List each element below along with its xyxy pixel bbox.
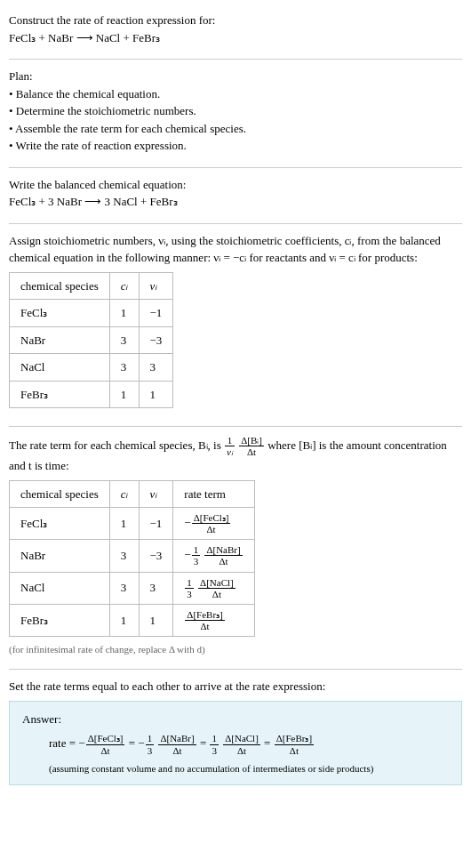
- prompt-line1: Construct the rate of reaction expressio…: [9, 12, 462, 29]
- numerator: Δ[FeBr₃]: [275, 733, 314, 744]
- fraction: Δ[NaBr]Δt: [158, 733, 196, 755]
- table-header-row: chemical species cᵢ νᵢ rate term: [10, 480, 255, 508]
- fraction: 13: [210, 733, 219, 755]
- text: The rate term for each chemical species,…: [9, 438, 224, 452]
- rate-term-section: The rate term for each chemical species,…: [9, 430, 462, 665]
- denominator: 3: [185, 589, 194, 599]
- cell: NaBr: [10, 326, 110, 354]
- plan-heading: Plan:: [9, 68, 462, 85]
- cell: −3: [139, 326, 173, 354]
- col-species: chemical species: [10, 480, 110, 508]
- cell: FeBr₃: [10, 604, 110, 636]
- cell: NaCl: [10, 354, 110, 382]
- balanced-equation: FeCl₃ + 3 NaBr ⟶ 3 NaCl + FeBr₃: [9, 193, 462, 211]
- numerator: Δ[NaCl]: [198, 577, 236, 589]
- numerator: Δ[FeCl₃]: [86, 733, 125, 744]
- fraction: Δ[NaBr]Δt: [204, 544, 242, 567]
- cell: 1: [109, 381, 139, 408]
- table-row: NaBr 3 −3 −13 Δ[NaBr]Δt: [10, 540, 255, 572]
- table-row: NaCl 3 3 13 Δ[NaCl]Δt: [10, 572, 255, 604]
- fraction: 1νᵢ: [225, 435, 235, 457]
- numerator: 1: [225, 435, 235, 446]
- fraction: Δ[FeCl₃]Δt: [192, 512, 231, 534]
- numerator: 1: [210, 733, 219, 744]
- table-row: NaBr3−3: [10, 326, 173, 354]
- prompt-equation: FeCl₃ + NaBr ⟶ NaCl + FeBr₃: [9, 29, 462, 47]
- table-row: FeCl₃ 1 −1 −Δ[FeCl₃]Δt: [10, 508, 255, 540]
- divider: [9, 223, 462, 224]
- col-ci: cᵢ: [109, 480, 139, 508]
- denominator: Δt: [185, 621, 224, 631]
- cell: −1: [139, 300, 173, 327]
- balanced-heading: Write the balanced chemical equation:: [9, 176, 462, 194]
- numerator: Δ[NaBr]: [158, 733, 196, 744]
- fraction: 13: [192, 544, 201, 567]
- cell: 3: [139, 572, 173, 604]
- cell: 1: [109, 604, 139, 636]
- denominator: Δt: [198, 589, 236, 599]
- fraction: Δ[Bᵢ]Δt: [239, 435, 264, 457]
- denominator: Δt: [223, 745, 260, 756]
- divider: [9, 167, 462, 168]
- fraction: Δ[FeBr₃]Δt: [275, 733, 314, 755]
- denominator: Δt: [192, 524, 231, 534]
- table-row: NaCl33: [10, 354, 173, 382]
- table-row: FeBr₃ 1 1 Δ[FeBr₃]Δt: [10, 604, 255, 636]
- assign-section: Assign stoichiometric numbers, νᵢ, using…: [9, 228, 462, 423]
- cell: NaCl: [10, 572, 110, 604]
- fraction: Δ[NaCl]Δt: [198, 577, 236, 599]
- cell: 3: [109, 354, 139, 382]
- cell: 3: [109, 540, 139, 572]
- set-equal-text: Set the rate terms equal to each other t…: [9, 678, 462, 695]
- table-header-row: chemical species cᵢ νᵢ: [10, 272, 173, 300]
- divider: [9, 59, 462, 60]
- sign: −: [184, 548, 190, 561]
- plan-item: • Write the rate of reaction expression.: [9, 137, 462, 155]
- fraction: Δ[FeBr₃]Δt: [185, 609, 224, 631]
- cell: −3: [139, 540, 173, 572]
- divider: [9, 426, 462, 427]
- numerator: Δ[Bᵢ]: [239, 435, 264, 446]
- denominator: 3: [210, 745, 219, 756]
- plan-item-text: Assemble the rate term for each chemical…: [15, 122, 246, 135]
- cell: −13 Δ[NaBr]Δt: [173, 540, 254, 572]
- col-rate: rate term: [173, 480, 254, 508]
- prompt-section: Construct the rate of reaction expressio…: [9, 7, 462, 55]
- denominator: 3: [192, 556, 201, 567]
- answer-note: (assuming constant volume and no accumul…: [49, 761, 449, 776]
- cell: −Δ[FeCl₃]Δt: [173, 508, 254, 540]
- fraction: 13: [146, 733, 155, 755]
- numerator: Δ[NaBr]: [204, 544, 242, 556]
- set-equal-section: Set the rate terms equal to each other t…: [9, 673, 462, 794]
- cell: 13 Δ[NaCl]Δt: [173, 572, 254, 604]
- denominator: Δt: [86, 745, 125, 756]
- rate-term-text: The rate term for each chemical species,…: [9, 435, 462, 475]
- denominator: νᵢ: [225, 446, 235, 457]
- divider: [9, 669, 462, 670]
- rate-footnote: (for infinitesimal rate of change, repla…: [9, 642, 462, 657]
- rate-formula: 1νᵢ Δ[Bᵢ]Δt: [224, 438, 267, 452]
- denominator: Δt: [204, 556, 242, 567]
- cell: Δ[FeBr₃]Δt: [173, 604, 254, 636]
- numerator: 1: [192, 544, 201, 556]
- denominator: Δt: [158, 745, 196, 756]
- fraction: Δ[FeCl₃]Δt: [86, 733, 125, 755]
- assign-text: Assign stoichiometric numbers, νᵢ, using…: [9, 232, 462, 267]
- cell: FeCl₃: [10, 300, 110, 327]
- sign: −: [184, 516, 190, 529]
- cell: 1: [109, 300, 139, 327]
- plan-item: • Assemble the rate term for each chemic…: [9, 120, 462, 138]
- cell: 3: [139, 354, 173, 382]
- numerator: 1: [185, 577, 194, 589]
- col-species: chemical species: [10, 272, 110, 300]
- cell: −1: [139, 508, 173, 540]
- table-row: FeCl₃1−1: [10, 300, 173, 327]
- fraction: 13: [185, 577, 194, 599]
- plan-item: • Determine the stoichiometric numbers.: [9, 102, 462, 120]
- numerator: Δ[FeBr₃]: [185, 609, 224, 621]
- numerator: 1: [146, 733, 155, 744]
- col-vi: νᵢ: [139, 480, 173, 508]
- balanced-section: Write the balanced chemical equation: Fe…: [9, 172, 462, 220]
- cell: 1: [109, 508, 139, 540]
- fraction: Δ[NaCl]Δt: [223, 733, 260, 755]
